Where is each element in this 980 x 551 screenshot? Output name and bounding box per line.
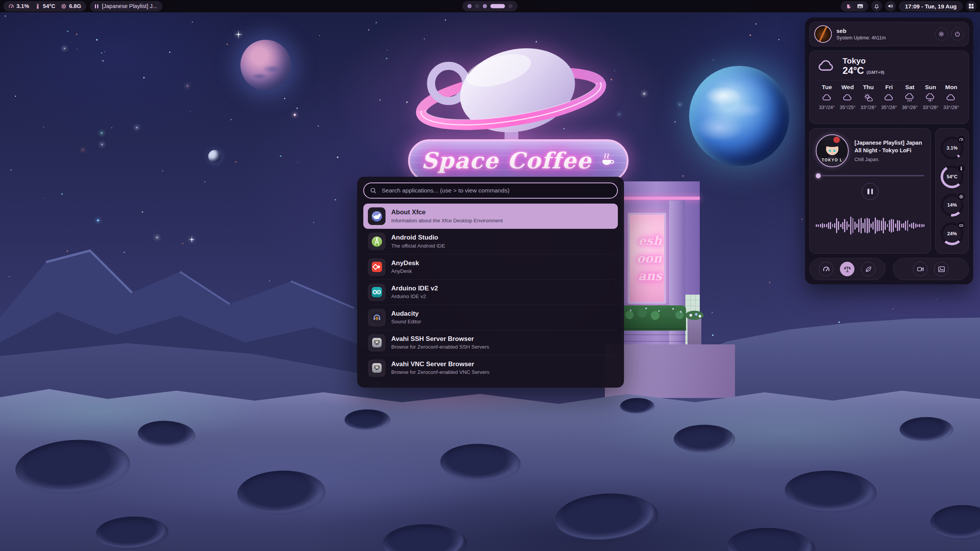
result-subtitle: Browse for Zeroconf-enabled VNC Servers [391, 369, 490, 375]
crater [930, 505, 980, 540]
wallpaper-icon[interactable] [857, 3, 863, 9]
launcher-result[interactable]: Arduino IDE v2Arduino IDE v2 [363, 279, 618, 305]
window-neon-text: eshoonans [630, 215, 664, 302]
profile-performance-button[interactable] [819, 262, 833, 276]
avatar [814, 25, 832, 43]
power-profile-switcher [809, 258, 885, 280]
workspace-dot-active[interactable] [490, 4, 505, 8]
visualizer-bar [816, 224, 817, 227]
profile-power-saver-button[interactable] [861, 262, 875, 276]
app-grid-button[interactable] [966, 1, 977, 11]
visualizer-bar [897, 220, 898, 231]
visualizer-bar [872, 222, 874, 230]
visualizer-bar [828, 222, 829, 229]
pavement [605, 344, 735, 398]
progress-knob[interactable] [816, 173, 821, 178]
forecast-day: Fri35°/26° [879, 84, 899, 110]
window-neon-line: esh [630, 235, 662, 247]
pet-icon[interactable] [846, 3, 852, 9]
window-neon-line: oon [630, 252, 662, 264]
visualizer-bar [861, 218, 862, 233]
workspace-dot-empty[interactable] [508, 4, 513, 8]
leaf-icon [865, 266, 872, 273]
workspace-dot-occupied[interactable] [467, 4, 472, 8]
forecast-day: Tue33°/24° [817, 84, 837, 110]
launcher-result[interactable]: AnyDeskAnyDesk [363, 254, 618, 279]
launcher-result[interactable]: Android StudioThe official Android IDE [363, 229, 618, 254]
result-title: Android Studio [391, 234, 445, 241]
clock[interactable]: 17:09 - Tue, 19 Aug [899, 1, 963, 11]
visualizer-bar [867, 218, 868, 234]
crater [900, 417, 953, 442]
cpu-temp: 54°C [43, 3, 55, 9]
visualizer-bar [893, 219, 894, 232]
forecast-day: Sat36°/26° [900, 84, 920, 110]
album-art: TOKYO L [816, 134, 849, 167]
system-gauge-disk: 24% [941, 222, 964, 245]
search-input[interactable] [381, 187, 611, 194]
result-title: Audacity [391, 310, 421, 318]
progress-bar[interactable] [816, 173, 924, 178]
chip-icon [61, 3, 67, 9]
video-icon [917, 266, 924, 273]
forecast-day-label: Sun [925, 84, 936, 91]
visualizer-bar [838, 221, 839, 230]
crater [345, 409, 390, 430]
visualizer-bar [879, 220, 880, 231]
launcher-result[interactable]: Avahi SSH Server BrowserBrowse for Zeroc… [363, 330, 618, 355]
notifications-button[interactable] [871, 1, 882, 11]
visualizer-bar [907, 220, 908, 231]
result-title: Avahi VNC Server Browser [391, 360, 490, 368]
forecast-day-label: Fri [885, 84, 893, 91]
result-subtitle: Browse for Zeroconf-enabled SSH Servers [391, 344, 489, 350]
visualizer-bar [911, 223, 912, 228]
system-stats[interactable]: 3.1% 54°C 6.8G [3, 1, 86, 11]
launcher-result[interactable]: AudacitySound Editor [363, 305, 618, 330]
result-title: Arduino IDE v2 [391, 285, 438, 292]
result-subtitle: Sound Editor [391, 319, 421, 325]
thermometer-icon [957, 164, 965, 173]
speedometer-icon [823, 266, 830, 273]
workspace-dot-occupied[interactable] [483, 4, 487, 8]
search-bar[interactable] [363, 183, 618, 199]
visualizer-bar [881, 220, 882, 231]
volume-button[interactable] [885, 1, 896, 11]
visualizer-bar [885, 221, 886, 230]
settings-button[interactable] [935, 28, 948, 41]
visualizer-bar [862, 223, 864, 229]
screen-record-button[interactable] [913, 262, 928, 276]
system-uptime: System Uptime: 4h11m [836, 35, 886, 41]
forecast-day-label: Mon [945, 84, 957, 91]
visualizer-bar [844, 219, 845, 232]
visualizer-bar [856, 223, 858, 227]
visualizer-bar [889, 220, 890, 231]
visualizer-bar [842, 222, 843, 229]
user-name: seb [836, 28, 886, 34]
app-launcher: About XfceInformation about the Xfce Des… [357, 177, 624, 388]
visualizer-bar [853, 218, 854, 233]
cloud-icon [822, 93, 832, 102]
launcher-result[interactable]: About XfceInformation about the Xfce Des… [363, 204, 618, 229]
pause-button[interactable] [862, 183, 879, 200]
sign-text: Space Coffee [421, 148, 592, 174]
visualizer-bar [913, 222, 914, 229]
thermometer-icon [35, 3, 41, 9]
cloud-icon [817, 59, 836, 74]
launcher-result[interactable]: Avahi VNC Server BrowserBrowse for Zeroc… [363, 355, 618, 380]
workspace-switcher [462, 1, 518, 11]
profile-balanced-button[interactable] [840, 262, 854, 276]
workspace-dot-empty[interactable] [475, 4, 479, 8]
now-playing[interactable]: [Japanese Playlist] J... [90, 1, 162, 11]
screenshot-button[interactable] [934, 262, 949, 276]
visualizer-bar [883, 218, 884, 234]
album-caption: TOKYO L [817, 158, 848, 162]
power-icon [954, 31, 960, 37]
saturn-cup [413, 38, 612, 150]
forecast-day-label: Sat [905, 84, 915, 91]
result-title: Avahi SSH Server Browser [391, 335, 489, 343]
top-bar: 3.1% 54°C 6.8G [Japanese Playlist] J... … [0, 0, 980, 13]
power-button[interactable] [951, 28, 964, 41]
anydesk-app-icon [368, 258, 385, 276]
forecast-day: Sun33°/26° [920, 84, 941, 110]
system-gauge-speedometer: 3.1% [941, 137, 964, 160]
